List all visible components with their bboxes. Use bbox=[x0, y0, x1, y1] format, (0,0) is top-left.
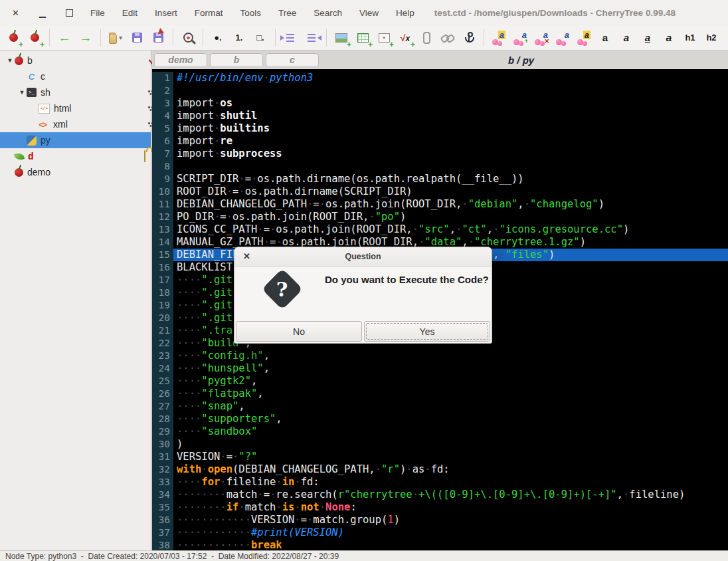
code-line[interactable]: 27····"snap", bbox=[152, 400, 728, 413]
minimize-window-icon[interactable]: ▁ bbox=[39, 9, 46, 17]
tab-demo[interactable]: demo bbox=[154, 53, 207, 67]
menu-edit[interactable]: Edit bbox=[122, 8, 137, 18]
menu-format[interactable]: Format bbox=[195, 8, 223, 18]
code-line[interactable]: 6import·re bbox=[152, 135, 728, 148]
line-number: 12 bbox=[152, 211, 173, 223]
dialog-close-icon[interactable]: ✕ bbox=[243, 252, 250, 261]
menu-tools[interactable]: Tools bbox=[240, 8, 261, 18]
code-line[interactable]: 8 bbox=[152, 160, 728, 173]
code-line[interactable]: 29····"sandbox" bbox=[152, 425, 728, 438]
code-line[interactable]: 34········match·=·re.search(r"cherrytree… bbox=[152, 489, 728, 501]
code-line[interactable]: 37············#print(VERSION) bbox=[152, 526, 728, 539]
code-line[interactable]: 7import·subprocess bbox=[152, 148, 728, 160]
expander-icon[interactable]: ▼ bbox=[17, 89, 27, 96]
dialog-body: ? Do you want to Execute the Code? bbox=[234, 267, 492, 321]
save-button[interactable] bbox=[130, 29, 143, 47]
code-line[interactable]: 24····"hunspell", bbox=[152, 362, 728, 375]
format-background-button[interactable]: a bbox=[577, 29, 591, 47]
italic-button[interactable]: a bbox=[620, 29, 633, 47]
format-remove-button[interactable]: a✕ bbox=[535, 29, 548, 47]
strikethrough-button[interactable]: a bbox=[662, 29, 676, 47]
question-mark-icon: ? bbox=[262, 269, 303, 310]
tab-b[interactable]: b bbox=[210, 53, 263, 67]
attach-file-button[interactable] bbox=[420, 29, 433, 47]
maximize-window-icon[interactable] bbox=[66, 9, 73, 17]
line-number: 37 bbox=[152, 526, 173, 539]
code-line[interactable]: 10ROOT_DIR·=·os.path.dirname(SCRIPT_DIR) bbox=[152, 185, 728, 198]
menu-view[interactable]: View bbox=[359, 8, 379, 18]
code-line[interactable]: 12PO_DIR·=·os.path.join(ROOT_DIR,·"po") bbox=[152, 211, 728, 223]
line-number: 16 bbox=[152, 261, 173, 274]
insert-formula-button[interactable]: √x+ bbox=[399, 29, 412, 47]
code-line[interactable]: 26····"flatpak", bbox=[152, 388, 728, 400]
tree-node-sh[interactable]: ▼>_sh bbox=[0, 84, 151, 100]
tab-c[interactable]: c bbox=[266, 53, 319, 67]
code-line[interactable]: 5import·builtins bbox=[152, 122, 728, 135]
add-subnode-button[interactable]: + bbox=[28, 29, 41, 47]
code-line[interactable]: 28····"supporters", bbox=[152, 413, 728, 425]
tree-node-b[interactable]: ▼b bbox=[0, 53, 151, 68]
line-number: 17 bbox=[152, 274, 173, 286]
underline-button[interactable]: a bbox=[641, 29, 654, 47]
insert-link-button[interactable] bbox=[441, 29, 454, 47]
code-line[interactable]: 3import·os bbox=[152, 97, 728, 110]
h2-button[interactable]: h2 bbox=[705, 29, 718, 47]
code-line[interactable]: 31VERSION·=·"?" bbox=[152, 451, 728, 463]
numbered-list-button[interactable]: 1. bbox=[232, 29, 246, 47]
find-button[interactable] bbox=[181, 29, 195, 47]
no-button[interactable]: No bbox=[236, 321, 362, 342]
line-number: 38 bbox=[152, 539, 173, 550]
insert-table-button[interactable]: + bbox=[356, 29, 369, 47]
tree-node-demo[interactable]: demo bbox=[0, 164, 151, 180]
code-line[interactable]: 35········if·match·is·not·None: bbox=[152, 501, 728, 514]
indent-left-button[interactable] bbox=[305, 29, 318, 47]
format-add-button[interactable]: a+ bbox=[513, 29, 527, 47]
code-line[interactable]: 11DEBIAN_CHANGELOG_PATH·=·os.path.join(R… bbox=[152, 198, 728, 211]
python-icon bbox=[27, 136, 37, 146]
tree-node-c[interactable]: Cc bbox=[0, 68, 151, 84]
todo-list-button[interactable]: □. bbox=[254, 29, 267, 47]
menu-help[interactable]: Help bbox=[396, 8, 414, 18]
cherrytree-window: ✕ ▁ FileEditInsertFormatToolsTreeSearchV… bbox=[0, 0, 728, 561]
insert-image-button[interactable]: + bbox=[335, 29, 348, 47]
code-line[interactable]: 32with·open(DEBIAN_CHANGELOG_PATH,·"r")·… bbox=[152, 463, 728, 476]
tree-node-html[interactable]: </>html bbox=[0, 100, 151, 116]
floppy-icon bbox=[132, 33, 142, 43]
format-latest-button[interactable]: a bbox=[492, 29, 505, 47]
insert-anchor-button[interactable] bbox=[462, 29, 476, 47]
menu-file[interactable]: File bbox=[90, 8, 105, 18]
back-arrow-icon: ← bbox=[58, 31, 71, 44]
go-back-button[interactable]: ← bbox=[58, 29, 71, 47]
code-line[interactable]: 4import·shutil bbox=[152, 110, 728, 122]
code-line[interactable]: 36············VERSION·=·match.group(1) bbox=[152, 514, 728, 526]
menu-insert[interactable]: Insert bbox=[155, 8, 177, 18]
tree-node-d[interactable]: d bbox=[0, 148, 151, 164]
open-file-button[interactable]: ▾ bbox=[109, 29, 122, 47]
code-line[interactable]: 2 bbox=[152, 84, 728, 97]
code-line[interactable]: 23····"config.h", bbox=[152, 350, 728, 362]
code-line[interactable]: 38············break bbox=[152, 539, 728, 550]
format-foreground-button[interactable]: a bbox=[556, 29, 569, 47]
code-line[interactable]: 33····for·fileline·in·fd: bbox=[152, 476, 728, 489]
code-line[interactable]: 30) bbox=[152, 438, 728, 451]
insert-codebox-button[interactable]: ++ bbox=[377, 29, 391, 47]
code-line[interactable]: 13ICONS_CC_PATH·=·os.path.join(ROOT_DIR,… bbox=[152, 223, 728, 236]
add-node-button[interactable]: + bbox=[7, 29, 20, 47]
code-line[interactable]: 25····"pygtk2", bbox=[152, 375, 728, 388]
bulleted-list-button[interactable]: ●. bbox=[211, 29, 225, 47]
bold-button[interactable]: a bbox=[598, 29, 612, 47]
menu-tree[interactable]: Tree bbox=[278, 8, 296, 18]
toolbar-separator bbox=[203, 29, 203, 47]
close-window-icon[interactable]: ✕ bbox=[12, 9, 19, 17]
expander-icon[interactable]: ▼ bbox=[5, 57, 15, 64]
save-as-button[interactable] bbox=[151, 29, 165, 47]
menu-search[interactable]: Search bbox=[314, 8, 342, 18]
tree-node-py[interactable]: py bbox=[0, 132, 151, 148]
go-forward-button[interactable]: → bbox=[79, 29, 92, 47]
h1-button[interactable]: h1 bbox=[683, 29, 697, 47]
tree-node-xml[interactable]: <>xml bbox=[0, 116, 151, 132]
yes-button[interactable]: Yes bbox=[364, 321, 490, 342]
indent-right-button[interactable] bbox=[284, 29, 297, 47]
code-line[interactable]: 9SCRIPT_DIR·=·os.path.dirname(os.path.re… bbox=[152, 173, 728, 185]
code-line[interactable]: 1#!/usr/bin/env·python3 bbox=[152, 72, 728, 84]
